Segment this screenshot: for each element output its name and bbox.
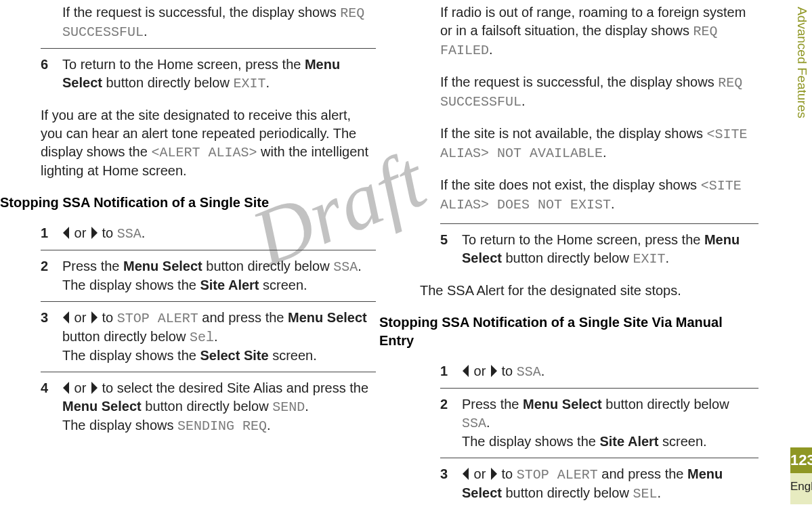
- text: To return to the Home screen, press the: [62, 57, 305, 72]
- step-number: 5: [440, 231, 462, 268]
- right-arrow-icon: [90, 227, 98, 239]
- left-arrow-icon: [62, 311, 70, 324]
- bold-text: Menu Select: [123, 259, 202, 273]
- text: to: [498, 466, 517, 481]
- step-r2: 2 Press the Menu Select button directly …: [440, 389, 758, 458]
- text: .: [267, 418, 271, 433]
- step-3: 3 or to STOP ALERT and press the Menu Se…: [41, 302, 376, 372]
- text: .: [603, 145, 607, 160]
- text: or: [70, 380, 90, 395]
- text: and press the: [198, 310, 288, 325]
- svg-marker-4: [63, 382, 69, 394]
- text: button directly below: [502, 485, 633, 500]
- step-number: 2: [41, 257, 62, 294]
- text: screen.: [659, 434, 707, 449]
- page-number: 123: [790, 447, 812, 473]
- text: If the site is not available, the displa…: [440, 126, 707, 141]
- left-arrow-icon: [462, 365, 470, 377]
- code-text: EXIT: [633, 251, 665, 267]
- step-1: 1 or to SSA.: [41, 217, 376, 250]
- text: .: [521, 93, 526, 108]
- svg-marker-7: [491, 365, 497, 377]
- step-body: If the request is successful, the displa…: [62, 3, 376, 41]
- right-arrow-icon: [490, 468, 498, 480]
- text: The display shows: [62, 418, 177, 433]
- step-r1: 1 or to SSA.: [440, 355, 758, 389]
- code-text: SSA: [462, 416, 486, 431]
- step-body: or to SSA.: [462, 362, 758, 381]
- step-number: 6: [41, 56, 62, 93]
- svg-marker-0: [63, 227, 69, 239]
- text: If the site does not exist, the display …: [440, 177, 701, 192]
- step-body: Press the Menu Select button directly be…: [62, 257, 376, 294]
- text: .: [358, 259, 362, 273]
- text: button directly below: [502, 250, 633, 265]
- step-2: 2 Press the Menu Select button directly …: [41, 250, 376, 302]
- left-arrow-icon: [62, 382, 70, 394]
- bold-text: Site Alert: [599, 434, 658, 449]
- text: If the request is successful, the displa…: [440, 74, 718, 89]
- content-columns: If the request is successful, the displa…: [0, 0, 812, 507]
- svg-marker-8: [463, 468, 469, 480]
- text: to: [98, 225, 117, 240]
- text: .: [541, 363, 545, 378]
- svg-marker-9: [491, 468, 497, 480]
- bold-text: Menu Select: [288, 310, 367, 325]
- paragraph-alert-alias: If you are at the site designated to rec…: [41, 100, 376, 187]
- text: If the request is successful, the displa…: [62, 5, 340, 20]
- paragraph-does-not-exist: If the site does not exist, the display …: [440, 169, 758, 224]
- column-left: If the request is successful, the displa…: [0, 3, 383, 504]
- step-body: To return to the Home screen, press the …: [62, 56, 376, 93]
- text: .: [305, 399, 309, 414]
- code-text: STOP ALERT: [517, 467, 598, 483]
- step-result-req-successful: If the request is successful, the displa…: [41, 3, 376, 49]
- step-body: or to SSA.: [62, 224, 376, 243]
- text: .: [144, 24, 148, 39]
- svg-marker-2: [63, 311, 69, 324]
- bold-text: Select Site: [200, 348, 268, 363]
- step-body: or to select the desired Site Alias and …: [62, 379, 376, 435]
- heading-stop-single-site: Stopping SSA Notification of a Single Si…: [0, 187, 376, 217]
- step-4: 4 or to select the desired Site Alias an…: [41, 372, 376, 442]
- svg-marker-5: [91, 382, 98, 394]
- bold-text: Menu Select: [523, 397, 602, 412]
- step-number: 2: [440, 395, 462, 451]
- text: button directly below: [602, 397, 729, 412]
- svg-marker-3: [91, 311, 98, 324]
- step-6: 6 To return to the Home screen, press th…: [41, 49, 376, 100]
- text: .: [665, 250, 669, 265]
- text: .: [214, 329, 218, 344]
- text: to select the desired Site Alias and pre…: [98, 380, 368, 395]
- text: button directly below: [142, 399, 272, 414]
- right-arrow-icon: [490, 365, 498, 377]
- text: button directly below: [102, 75, 233, 90]
- text: or: [70, 310, 90, 325]
- left-arrow-icon: [462, 468, 470, 480]
- paragraph-req-successful: If the request is successful, the displa…: [440, 66, 758, 118]
- text: screen.: [269, 348, 317, 363]
- text: .: [489, 42, 493, 57]
- left-arrow-icon: [62, 227, 70, 239]
- language-label: English: [790, 473, 812, 504]
- text: to: [98, 310, 117, 325]
- code-text: <ALERT ALIAS>: [151, 145, 257, 160]
- paragraph-req-failed: If radio is out of range, roaming to a f…: [440, 3, 758, 66]
- text: button directly below: [202, 259, 333, 273]
- svg-marker-6: [463, 365, 469, 377]
- step-spacer: [41, 3, 62, 41]
- right-arrow-icon: [90, 311, 98, 324]
- step-r3: 3 or to STOP ALERT and press the Menu Se…: [440, 458, 758, 507]
- heading-stop-manual-entry: Stopping SSA Notification of a Single Si…: [379, 307, 758, 355]
- code-text: EXIT: [233, 76, 265, 91]
- text: or: [470, 363, 490, 378]
- step-number: 3: [440, 465, 462, 503]
- text: .: [611, 196, 615, 211]
- text: .: [486, 415, 490, 430]
- column-right: If radio is out of range, roaming to a f…: [383, 3, 765, 504]
- text: The display shows the: [62, 348, 200, 363]
- text: or: [470, 466, 490, 481]
- text: screen.: [259, 278, 307, 292]
- right-arrow-icon: [90, 382, 98, 394]
- step-body: or to STOP ALERT and press the Menu Sele…: [462, 465, 758, 503]
- text: to: [498, 363, 517, 378]
